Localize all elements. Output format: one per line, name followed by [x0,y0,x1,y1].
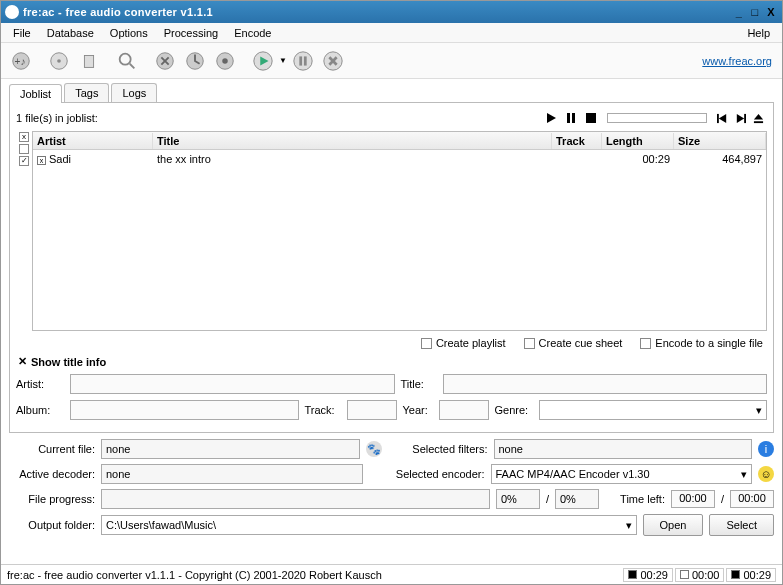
cd-button[interactable] [45,47,73,75]
svg-marker-29 [753,113,762,119]
joblist-gutter: x ✓ [16,131,32,331]
svg-point-12 [222,58,228,64]
play-encode-dropdown[interactable]: ▼ [279,56,287,65]
status-text: fre:ac - free audio converter v1.1.1 - C… [7,569,382,581]
tab-joblist[interactable]: Joblist [9,84,62,103]
menu-database[interactable]: Database [39,25,102,41]
svg-marker-21 [547,113,556,123]
create-cuesheet-checkbox[interactable]: Create cue sheet [524,337,623,349]
output-folder-combo[interactable]: C:\Users\fawad\Music\▾ [101,515,637,535]
select-all-checkbox[interactable]: x [19,132,29,142]
encoder-settings-icon[interactable]: ☺ [758,466,774,482]
time-left-b: 00:00 [730,490,774,508]
preview-pause-button[interactable] [562,109,580,127]
cell-size: 464,897 [674,152,766,166]
tools-1-button[interactable] [151,47,179,75]
svg-rect-4 [84,55,93,67]
col-size[interactable]: Size [674,133,766,149]
preview-next-button[interactable] [732,110,748,126]
remove-button[interactable] [75,47,103,75]
table-header: Artist Title Track Length Size [33,132,766,150]
file-progress-label: File progress: [9,493,95,505]
active-decoder-field: none [101,464,363,484]
tab-tags[interactable]: Tags [64,83,109,102]
toolbar: +♪ ▼ www.freac.org [1,43,782,79]
output-folder-label: Output folder: [9,519,95,531]
menu-help[interactable]: Help [739,25,778,41]
cell-length: 00:29 [602,152,674,166]
encode-single-checkbox[interactable]: Encode to a single file [640,337,763,349]
log-icon[interactable]: 🐾 [366,441,382,457]
cell-title: the xx intro [153,152,552,166]
cell-track [552,158,602,160]
pause-button[interactable] [289,47,317,75]
website-link[interactable]: www.freac.org [702,55,776,67]
preview-prev-button[interactable] [714,110,730,126]
settings-button[interactable] [211,47,239,75]
time-left-a: 00:00 [671,490,715,508]
svg-rect-17 [304,56,307,65]
genre-label: Genre: [495,404,533,416]
menu-processing[interactable]: Processing [156,25,226,41]
preview-progress[interactable] [607,113,707,123]
col-length[interactable]: Length [602,133,674,149]
title-input[interactable] [443,374,768,394]
preview-eject-button[interactable] [750,110,766,126]
bottom-panel: Current file: none 🐾 Selected filters: n… [1,433,782,540]
track-input[interactable] [347,400,397,420]
preview-play-button[interactable] [542,109,560,127]
tools-2-button[interactable] [181,47,209,75]
open-button[interactable]: Open [643,514,704,536]
year-input[interactable] [439,400,489,420]
show-title-info-toggle[interactable]: ✕ Show title info [16,353,767,374]
active-decoder-label: Active decoder: [9,468,95,480]
track-label: Track: [305,404,341,416]
chevron-down-icon: ▾ [741,468,747,481]
menu-options[interactable]: Options [102,25,156,41]
close-button[interactable] [764,5,778,19]
artist-label: Artist: [16,378,64,390]
stop-button[interactable] [319,47,347,75]
deselect-all-checkbox[interactable] [19,144,29,154]
window-title: fre:ac - free audio converter v1.1.1 [23,6,213,18]
selected-filters-field: none [494,439,753,459]
cell-artist: Sadi [49,153,71,165]
maximize-button[interactable] [748,5,762,19]
col-track[interactable]: Track [552,133,602,149]
chevron-down-icon: ▾ [756,404,762,417]
current-file-label: Current file: [9,443,95,455]
time-left-label: Time left: [605,493,665,505]
table-row[interactable]: xSadi the xx intro 00:29 464,897 [33,150,766,168]
svg-marker-27 [736,113,743,122]
tab-logs[interactable]: Logs [111,83,157,102]
col-title[interactable]: Title [153,133,552,149]
album-label: Album: [16,404,64,416]
svg-marker-25 [718,113,725,122]
status-time-2: 00:00 [675,568,725,582]
artist-input[interactable] [70,374,395,394]
titlebar: fre:ac - free audio converter v1.1.1 [1,1,782,23]
status-time-3: 00:29 [726,568,776,582]
info-icon[interactable]: i [758,441,774,457]
svg-line-6 [130,63,135,68]
col-artist[interactable]: Artist [33,133,153,149]
menu-encode[interactable]: Encode [226,25,279,41]
svg-rect-23 [572,113,575,123]
app-icon [5,5,19,19]
year-label: Year: [403,404,433,416]
preview-stop-button[interactable] [582,109,600,127]
select-button[interactable]: Select [709,514,774,536]
selected-encoder-combo[interactable]: FAAC MP4/AAC Encoder v1.30▾ [491,464,753,484]
tabs-container: Joblist Tags Logs 1 file(s) in joblist: … [1,79,782,433]
add-files-button[interactable]: +♪ [7,47,35,75]
album-input[interactable] [70,400,299,420]
menu-file[interactable]: File [5,25,39,41]
minimize-button[interactable] [732,5,746,19]
toggle-all-checkbox[interactable]: ✓ [19,156,29,166]
play-encode-button[interactable] [249,47,277,75]
search-button[interactable] [113,47,141,75]
create-playlist-checkbox[interactable]: Create playlist [421,337,506,349]
svg-rect-28 [744,113,746,122]
menubar: File Database Options Processing Encode … [1,23,782,43]
genre-combo[interactable]: ▾ [539,400,768,420]
